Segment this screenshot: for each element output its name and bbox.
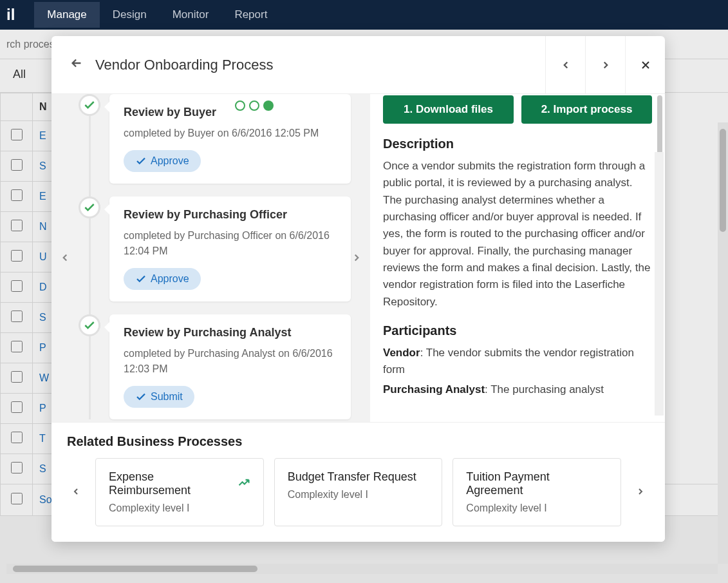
checkmark-icon bbox=[79, 94, 100, 116]
download-files-button[interactable]: 1. Download files bbox=[383, 95, 514, 124]
timeline-card: Review by Purchasing Officer completed b… bbox=[109, 196, 351, 301]
modal-scrollbar[interactable] bbox=[655, 152, 664, 416]
timeline-item: Review by Purchasing Analyst completed b… bbox=[97, 314, 351, 419]
timeline-title: Review by Buyer bbox=[124, 106, 337, 119]
checkmark-icon bbox=[79, 196, 100, 218]
import-process-button[interactable]: 2. Import process bbox=[521, 95, 652, 124]
description-heading: Description bbox=[383, 137, 652, 151]
related-subtitle: Complexity level I bbox=[109, 502, 250, 514]
timeline-meta: completed by Buyer on 6/6/2016 12:05 PM bbox=[124, 126, 337, 141]
related-prev[interactable] bbox=[67, 481, 85, 504]
timeline-card: Review by Buyer completed by Buyer on 6/… bbox=[109, 94, 351, 184]
participant-item: Purchasing Analyst: The purchasing analy… bbox=[383, 381, 652, 398]
top-nav: il Manage Design Monitor Report bbox=[0, 0, 728, 30]
timeline-title: Review by Purchasing Officer bbox=[124, 208, 337, 222]
status-dots bbox=[235, 100, 274, 111]
timeline-item: Review by Buyer completed by Buyer on 6/… bbox=[97, 94, 351, 184]
timeline-prev[interactable] bbox=[53, 243, 77, 274]
related-title: Budget Transfer Request bbox=[288, 470, 429, 484]
logo: il bbox=[6, 6, 15, 24]
timeline-meta: completed by Purchasing Analyst on 6/6/2… bbox=[124, 346, 337, 377]
back-button[interactable] bbox=[64, 51, 89, 79]
nav-manage[interactable]: Manage bbox=[34, 2, 99, 28]
related-subtitle: Complexity level I bbox=[466, 502, 608, 514]
timeline-action-button[interactable]: Approve bbox=[124, 268, 201, 290]
timeline-panel: Review by Buyer completed by Buyer on 6/… bbox=[51, 94, 370, 422]
nav-design[interactable]: Design bbox=[100, 2, 160, 28]
timeline-action-button[interactable]: Approve bbox=[124, 150, 201, 172]
timeline-title: Review by Purchasing Analyst bbox=[124, 326, 337, 339]
checkmark-icon bbox=[79, 314, 100, 336]
dot-outline-icon bbox=[235, 100, 245, 111]
related-card[interactable]: Expense Reimbursement Complexity level I bbox=[95, 458, 264, 526]
timeline-card: Review by Purchasing Analyst completed b… bbox=[109, 314, 351, 419]
related-subtitle: Complexity level I bbox=[288, 489, 429, 501]
timeline-action-button[interactable]: Submit bbox=[124, 386, 194, 408]
timeline-item: Review by Purchasing Officer completed b… bbox=[97, 196, 351, 301]
timeline: Review by Buyer completed by Buyer on 6/… bbox=[77, 94, 351, 419]
participants-heading: Participants bbox=[383, 323, 652, 338]
related-card[interactable]: Tuition Payment Agreement Complexity lev… bbox=[453, 458, 621, 526]
nav-report[interactable]: Report bbox=[221, 2, 280, 28]
modal-title: Vendor Onboarding Process bbox=[95, 57, 545, 73]
description-text: Once a vendor submits the registration f… bbox=[383, 158, 652, 311]
participant-item: Vendor: The vendor submits the vendor re… bbox=[383, 345, 652, 379]
timeline-meta: completed by Purchasing Officer on 6/6/2… bbox=[124, 228, 337, 259]
next-button[interactable] bbox=[585, 36, 625, 94]
trend-up-icon bbox=[238, 476, 250, 492]
related-title: Expense Reimbursement bbox=[109, 470, 250, 497]
related-card[interactable]: Budget Transfer Request Complexity level… bbox=[274, 458, 443, 526]
modal: Vendor Onboarding Process bbox=[51, 36, 665, 542]
modal-body: Review by Buyer completed by Buyer on 6/… bbox=[51, 94, 665, 422]
related-section: Related Business Processes Expense Reimb… bbox=[51, 422, 665, 542]
related-next[interactable] bbox=[631, 481, 649, 504]
nav-monitor[interactable]: Monitor bbox=[160, 2, 222, 28]
details-panel: 1. Download files 2. Import process Desc… bbox=[370, 94, 665, 422]
dot-outline-icon bbox=[249, 100, 259, 111]
close-button[interactable] bbox=[625, 36, 665, 94]
related-title: Tuition Payment Agreement bbox=[466, 470, 608, 497]
prev-button[interactable] bbox=[545, 36, 585, 94]
related-heading: Related Business Processes bbox=[67, 434, 649, 449]
modal-header: Vendor Onboarding Process bbox=[51, 36, 665, 94]
dot-solid-icon bbox=[263, 100, 274, 111]
